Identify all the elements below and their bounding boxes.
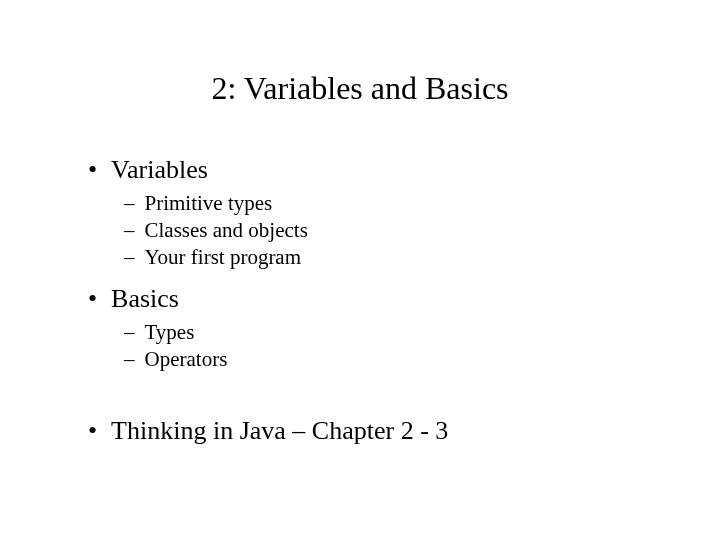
dash-icon: – [124,191,135,216]
bullet-icon: • [88,286,97,312]
bullet-icon: • [88,157,97,183]
sub-label: Your first program [145,245,302,270]
variables-sublist: – Primitive types – Classes and objects … [88,191,660,270]
sub-item-classes: – Classes and objects [124,218,660,243]
sub-label: Classes and objects [145,218,308,243]
sub-item-first-program: – Your first program [124,245,660,270]
sub-label: Operators [145,347,228,372]
bullet-label: Variables [111,155,208,185]
sub-label: Types [145,320,195,345]
bullet-basics: • Basics [88,284,660,314]
bullet-label: Basics [111,284,179,314]
slide-title: 2: Variables and Basics [60,70,660,107]
dash-icon: – [124,347,135,372]
sub-label: Primitive types [145,191,273,216]
sub-item-types: – Types [124,320,660,345]
bullet-label: Thinking in Java – Chapter 2 - 3 [111,416,448,446]
bullet-icon: • [88,418,97,444]
dash-icon: – [124,218,135,243]
dash-icon: – [124,320,135,345]
sub-item-primitive: – Primitive types [124,191,660,216]
dash-icon: – [124,245,135,270]
bullet-reference: • Thinking in Java – Chapter 2 - 3 [88,416,660,446]
bullet-variables: • Variables [88,155,660,185]
sub-item-operators: – Operators [124,347,660,372]
basics-sublist: – Types – Operators [88,320,660,372]
slide-content: • Variables – Primitive types – Classes … [60,155,660,446]
